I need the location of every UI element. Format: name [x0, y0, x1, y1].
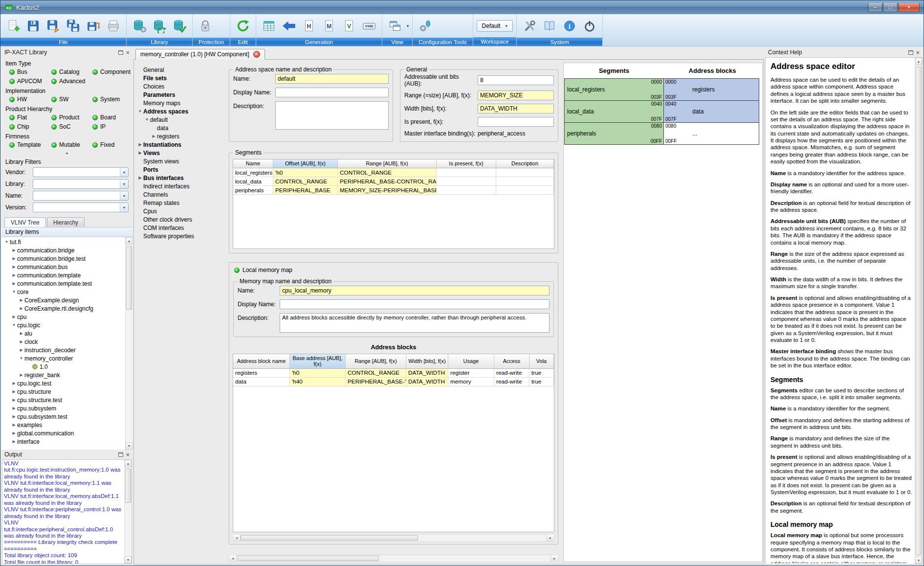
library-tree-item[interactable]: 1.0: [1, 362, 125, 371]
library-tree-item[interactable]: ▶communication.template.test: [1, 279, 125, 288]
collapse-filters-arrow[interactable]: ▲: [1, 151, 132, 155]
column-header[interactable]: Is present, f(x): [437, 159, 496, 168]
editor-scrollbar[interactable]: ◄ ►: [229, 555, 558, 562]
check-library-integrity-button[interactable]: [170, 15, 189, 37]
table-cell[interactable]: [437, 168, 496, 177]
float-panel-icon[interactable]: [118, 50, 123, 55]
memory-map-display-input[interactable]: [280, 299, 550, 309]
nav-item-general[interactable]: General: [135, 66, 226, 74]
is-present-input[interactable]: [478, 117, 554, 127]
library-tree-item[interactable]: ▶cpu.subsystem: [1, 404, 125, 412]
float-panel-icon[interactable]: [118, 453, 123, 457]
chevron-down-icon[interactable]: ▾: [407, 23, 409, 28]
column-header[interactable]: Width [bits], f(x): [406, 354, 448, 368]
filter-vendor-combo[interactable]: ▼: [33, 167, 129, 177]
about-button[interactable]: i: [560, 15, 579, 37]
filter-library-combo[interactable]: ▼: [33, 179, 129, 189]
view-button[interactable]: [386, 15, 404, 37]
nav-item-instantiations[interactable]: ▶Instantiations: [135, 140, 226, 149]
scroll-down-icon[interactable]: ▼: [915, 557, 922, 564]
filter-toggle-fixed[interactable]: Fixed: [92, 141, 132, 148]
range-input[interactable]: [478, 91, 554, 100]
filter-toggle-catalog[interactable]: Catalog: [51, 68, 92, 75]
configure-library-button[interactable]: [130, 15, 149, 37]
documentation-generator-button[interactable]: [260, 15, 278, 37]
nav-item-file-sets[interactable]: File sets: [135, 74, 226, 82]
scroll-up-icon[interactable]: ▲: [125, 460, 132, 467]
segment-block[interactable]: local_registers0000003F: [564, 78, 664, 101]
column-header[interactable]: Name: [233, 159, 273, 168]
save-hierarchy-button[interactable]: [84, 15, 103, 37]
library-tree-item[interactable]: ▶communication.bus: [1, 263, 125, 271]
library-tree-item[interactable]: ▶cpu.structure.test: [1, 396, 125, 404]
document-tab[interactable]: memory_controller (1.0) [HW Component] ×: [135, 49, 265, 60]
scrollbar-thumb[interactable]: [238, 556, 379, 561]
generate-vhdl-button[interactable]: VHD: [360, 15, 378, 37]
save-as-button[interactable]: [44, 15, 63, 37]
close-panel-icon[interactable]: ×: [916, 49, 920, 56]
library-tree-item[interactable]: ▶global.communication: [1, 429, 125, 437]
library-tree-item[interactable]: ▶cpu: [1, 313, 125, 321]
filter-toggle-flat[interactable]: Flat: [9, 114, 51, 121]
name-input[interactable]: [275, 74, 389, 84]
lock-button[interactable]: [196, 15, 215, 37]
output-scrollbar[interactable]: ▲ ▼: [124, 460, 132, 564]
address-block[interactable]: 008000FF...: [663, 122, 759, 145]
memory-map-name-input[interactable]: [280, 286, 550, 295]
close-tab-icon[interactable]: ×: [253, 51, 260, 58]
library-tree-item[interactable]: ▶instruction_decoder: [1, 346, 125, 354]
import-button[interactable]: [280, 15, 298, 37]
table-cell[interactable]: registers: [233, 369, 290, 378]
filter-toggle-sw[interactable]: SW: [51, 96, 92, 103]
library-tree-item[interactable]: ▶communication.template: [1, 271, 125, 279]
close-button[interactable]: ×: [898, 3, 920, 12]
float-panel-icon[interactable]: [908, 50, 913, 55]
nav-item-bus-interfaces[interactable]: ▶Bus interfaces: [135, 174, 226, 182]
workspace-selector[interactable]: Default▾: [477, 20, 513, 32]
scrollbar-thumb[interactable]: [125, 469, 131, 503]
close-panel-icon[interactable]: ×: [126, 452, 130, 458]
column-header[interactable]: Usage: [448, 354, 494, 368]
column-header[interactable]: Address block name: [233, 354, 290, 368]
nav-item-cpus[interactable]: Cpus: [135, 207, 226, 215]
table-cell[interactable]: read-write: [494, 378, 529, 386]
table-cell[interactable]: local_registers: [233, 168, 273, 177]
filter-toggle-soc[interactable]: SoC: [51, 123, 92, 130]
filter-toggle-board[interactable]: Board: [92, 114, 132, 121]
table-cell[interactable]: data: [233, 378, 290, 386]
nav-item-registers[interactable]: ▶registers: [135, 132, 226, 140]
close-panel-icon[interactable]: ×: [126, 49, 130, 56]
settings-button[interactable]: [520, 15, 539, 37]
configuration-tools-button[interactable]: [416, 15, 435, 37]
nav-item-software-properties[interactable]: Software properties: [135, 232, 226, 240]
nav-item-remap-states[interactable]: Remap states: [135, 199, 226, 207]
library-tree-item[interactable]: ▶clock: [1, 338, 125, 346]
column-header[interactable]: Range [AUB], f(x): [346, 354, 406, 368]
scroll-left-icon[interactable]: ◄: [233, 535, 241, 541]
scroll-down-icon[interactable]: ▼: [125, 556, 132, 564]
table-cell[interactable]: memory: [448, 378, 494, 386]
chevron-down-icon[interactable]: ▼: [120, 191, 128, 200]
table-cell[interactable]: DATA_WIDTH: [406, 369, 448, 378]
refresh-library-button[interactable]: [150, 15, 169, 37]
filter-toggle-product[interactable]: Product: [51, 114, 92, 121]
table-cell[interactable]: [496, 186, 554, 195]
nav-item-system-views[interactable]: System views: [135, 157, 226, 165]
generate-headers-button[interactable]: H: [300, 15, 318, 37]
scroll-right-icon[interactable]: ►: [547, 535, 554, 541]
table-cell[interactable]: [496, 168, 554, 177]
exit-button[interactable]: [580, 15, 599, 37]
column-header[interactable]: Access: [494, 354, 529, 368]
column-header[interactable]: Description: [496, 159, 554, 168]
library-tree-item[interactable]: ▶cpu.logic.test: [1, 379, 125, 387]
table-cell[interactable]: CONTROL_RANGE: [338, 168, 437, 177]
scroll-left-icon[interactable]: ◄: [229, 555, 237, 562]
nav-item-com-interfaces[interactable]: COM interfaces: [135, 224, 226, 232]
library-tree-item[interactable]: ▶register_bank: [1, 371, 125, 379]
column-header[interactable]: Base address [AUB], f(x): [290, 354, 346, 368]
scrollbar-thumb[interactable]: [241, 535, 418, 541]
scrollbar-thumb[interactable]: [916, 67, 922, 555]
width-input[interactable]: [478, 104, 554, 113]
context-help-scrollbar[interactable]: ▲ ▼: [915, 58, 922, 564]
library-tree-item[interactable]: ▶CoreExample.design: [1, 296, 125, 304]
